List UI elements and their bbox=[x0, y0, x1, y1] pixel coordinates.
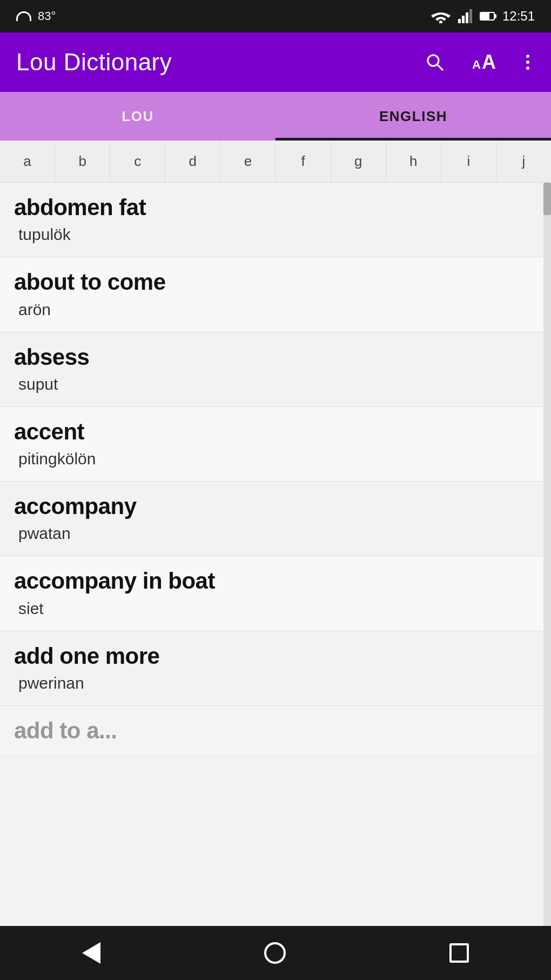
more-icon bbox=[524, 52, 532, 72]
tab-lou[interactable]: LOU bbox=[0, 92, 276, 141]
table-row[interactable]: abdomen fat tupulök bbox=[0, 183, 543, 257]
svg-rect-3 bbox=[466, 12, 468, 23]
table-row[interactable]: accompany in boat siet bbox=[0, 556, 543, 631]
alpha-g[interactable]: g bbox=[331, 141, 386, 182]
entry-english: accent bbox=[14, 419, 527, 445]
entries-container: abdomen fat tupulök about to come arön a… bbox=[0, 183, 551, 926]
svg-rect-4 bbox=[469, 9, 472, 23]
alpha-b[interactable]: b bbox=[55, 141, 110, 182]
font-size-button[interactable]: AA bbox=[469, 48, 499, 77]
more-options-button[interactable] bbox=[521, 49, 535, 75]
status-bar: 83° 12:51 bbox=[0, 0, 551, 32]
tab-bar: LOU ENGLISH bbox=[0, 92, 551, 141]
svg-rect-2 bbox=[462, 16, 465, 23]
table-row[interactable]: add one more pwerinan bbox=[0, 631, 543, 706]
entry-english: absess bbox=[14, 344, 527, 370]
alpha-h[interactable]: h bbox=[386, 141, 441, 182]
entry-english: about to come bbox=[14, 269, 527, 295]
app-bar-actions: AA bbox=[422, 48, 535, 77]
alpha-i[interactable]: i bbox=[441, 141, 496, 182]
signal-bars-icon bbox=[458, 9, 472, 23]
entry-translation: siet bbox=[14, 598, 527, 619]
svg-point-0 bbox=[439, 21, 442, 23]
back-button[interactable] bbox=[75, 935, 108, 971]
app-bar: Lou Dictionary AA bbox=[0, 32, 551, 92]
entry-list: abdomen fat tupulök about to come arön a… bbox=[0, 183, 551, 756]
table-row[interactable]: add to a... bbox=[0, 706, 543, 756]
entry-english: abdomen fat bbox=[14, 195, 527, 221]
app-title: Lou Dictionary bbox=[16, 49, 172, 76]
nav-bar bbox=[0, 926, 551, 980]
entry-english: add to a... bbox=[14, 718, 527, 744]
table-row[interactable]: about to come arön bbox=[0, 257, 543, 332]
table-row[interactable]: accent pitingkölön bbox=[0, 407, 543, 482]
scrollbar[interactable] bbox=[543, 183, 551, 926]
svg-rect-1 bbox=[458, 19, 461, 23]
scrollbar-thumb[interactable] bbox=[543, 183, 551, 215]
home-icon bbox=[264, 942, 286, 964]
svg-point-5 bbox=[428, 55, 439, 66]
alpha-c[interactable]: c bbox=[110, 141, 165, 182]
battery-icon bbox=[480, 12, 495, 21]
alphabet-bar: a b c d e f g h i j bbox=[0, 141, 551, 183]
entry-english: accompany in boat bbox=[14, 568, 527, 594]
entry-translation: pitingkölön bbox=[14, 448, 527, 469]
font-size-icon: AA bbox=[472, 51, 496, 74]
entry-translation: tupulök bbox=[14, 224, 527, 245]
table-row[interactable]: absess suput bbox=[0, 332, 543, 407]
entry-translation: pwerinan bbox=[14, 672, 527, 694]
entry-translation: arön bbox=[14, 299, 527, 320]
status-right: 12:51 bbox=[431, 9, 535, 24]
alpha-j[interactable]: j bbox=[496, 141, 551, 182]
alpha-f[interactable]: f bbox=[276, 141, 331, 182]
entry-translation: pwatan bbox=[14, 523, 527, 544]
recents-icon bbox=[449, 943, 469, 963]
recents-button[interactable] bbox=[442, 936, 476, 970]
status-left: 83° bbox=[16, 9, 56, 23]
home-button[interactable] bbox=[257, 935, 293, 971]
entry-english: add one more bbox=[14, 643, 527, 669]
entry-translation: suput bbox=[14, 374, 527, 395]
temperature: 83° bbox=[38, 9, 56, 23]
clock: 12:51 bbox=[502, 9, 535, 24]
alpha-a[interactable]: a bbox=[0, 141, 55, 182]
search-button[interactable] bbox=[422, 50, 447, 75]
alpha-d[interactable]: d bbox=[165, 141, 220, 182]
back-icon bbox=[82, 942, 100, 964]
wifi-icon bbox=[431, 9, 451, 23]
signal-icon bbox=[16, 11, 31, 21]
tab-english[interactable]: ENGLISH bbox=[276, 92, 551, 141]
table-row[interactable]: accompany pwatan bbox=[0, 482, 543, 556]
entry-english: accompany bbox=[14, 494, 527, 519]
search-icon bbox=[426, 53, 444, 71]
alpha-e[interactable]: e bbox=[220, 141, 276, 182]
svg-line-6 bbox=[438, 65, 443, 70]
